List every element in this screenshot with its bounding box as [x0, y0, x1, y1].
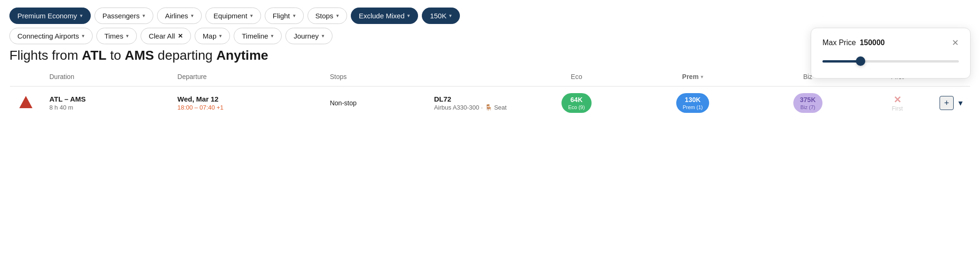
eco-sub: Eco (9)	[568, 104, 585, 110]
chevron-down-icon: ▾	[142, 13, 145, 19]
add-button[interactable]: +	[940, 96, 954, 110]
price-popup: Max Price 150000 ✕	[811, 28, 971, 79]
slider-track	[822, 60, 959, 63]
filter-label: Equipment	[213, 12, 247, 20]
filter-bar-row2: Connecting Airports ▾ Times ▾ Clear All …	[0, 28, 980, 48]
flight-sub: Airbus A330-300 · 🪑 Seat	[434, 104, 513, 111]
filter-label: Clear All	[149, 32, 175, 40]
chevron-down-icon: ▾	[271, 33, 274, 39]
biz-cell[interactable]: 375K Biz (7)	[753, 87, 862, 120]
action-buttons: + ▾	[940, 96, 963, 110]
filter-stops[interactable]: Stops ▾	[308, 8, 347, 24]
filter-timeline[interactable]: Timeline ▾	[234, 28, 282, 44]
filter-label: Timeline	[242, 32, 268, 40]
popup-label: Max Price	[822, 39, 856, 47]
filter-map[interactable]: Map ▾	[195, 28, 230, 44]
eco-cell[interactable]: 64K Eco (9)	[521, 87, 632, 120]
th-flight-info	[427, 67, 521, 87]
filter-150k[interactable]: 150K ▾	[422, 8, 460, 24]
filter-clear-all[interactable]: Clear All ✕	[141, 28, 191, 44]
first-label: First	[892, 105, 902, 112]
biz-price: 375K	[800, 96, 815, 103]
filter-label: Airlines	[165, 12, 188, 20]
duration-text: 8 h 40 m	[49, 104, 162, 111]
filter-bar-row1: Premium Economy ▾ Passengers ▾ Airlines …	[0, 0, 980, 28]
chevron-down-icon: ▾	[126, 33, 129, 39]
filter-airlines[interactable]: Airlines ▾	[157, 8, 202, 24]
chevron-down-icon: ▾	[191, 13, 194, 19]
chevron-down-icon: ▾	[219, 33, 222, 39]
filter-exclude-mixed[interactable]: Exclude Mixed ▾	[351, 8, 419, 24]
filter-label: Premium Economy	[17, 12, 77, 20]
filter-label: Connecting Airports	[17, 32, 79, 40]
page-title: Flights from ATL to AMS departing Anytim…	[9, 48, 268, 63]
chevron-down-icon: ▾	[250, 13, 253, 19]
filter-flight[interactable]: Flight ▾	[265, 8, 304, 24]
filter-label: Exclude Mixed	[359, 12, 405, 20]
chevron-down-icon: ▾	[80, 13, 83, 19]
svg-marker-0	[19, 96, 32, 108]
filter-equipment[interactable]: Equipment ▾	[205, 8, 261, 24]
filter-label: Stops	[316, 12, 333, 20]
chevron-down-icon: ▾	[322, 33, 324, 39]
seat-icon: 🪑	[485, 104, 492, 111]
filter-premium-economy[interactable]: Premium Economy ▾	[9, 8, 91, 24]
close-icon: ✕	[178, 32, 183, 40]
eco-badge[interactable]: 64K Eco (9)	[561, 93, 591, 113]
filter-journey[interactable]: Journey ▾	[285, 28, 332, 44]
filter-label: Journey	[293, 32, 318, 40]
prem-price: 130K	[685, 96, 700, 103]
prem-badge[interactable]: 130K Prem (1)	[676, 93, 710, 113]
expand-icon[interactable]: ▾	[958, 98, 963, 108]
filter-passengers[interactable]: Passengers ▾	[95, 8, 153, 24]
delta-logo	[17, 94, 34, 111]
biz-badge[interactable]: 375K Biz (7)	[793, 93, 822, 113]
dep-hours: 18:00 – 07:40 +1	[177, 104, 315, 111]
th-departure: Departure	[170, 67, 322, 87]
th-duration: Duration	[42, 67, 170, 87]
chevron-down-icon: ▾	[293, 13, 296, 19]
th-stops: Stops	[322, 67, 426, 87]
route-text: ATL – AMS	[49, 95, 162, 103]
price-slider[interactable]	[822, 55, 959, 67]
popup-value: 150000	[860, 39, 885, 47]
filter-times[interactable]: Times ▾	[96, 28, 137, 44]
flight-code: DL72	[434, 95, 513, 103]
chevron-down-icon: ▾	[82, 33, 85, 39]
first-unavailable-icon: ✕	[893, 94, 901, 105]
eco-price: 64K	[570, 96, 583, 103]
filter-label: 150K	[430, 12, 446, 20]
filter-label: Flight	[273, 12, 290, 20]
th-prem[interactable]: Prem ▾	[632, 67, 753, 87]
stops-cell: Non-stop	[322, 87, 426, 120]
stops-text: Non-stop	[330, 99, 356, 107]
flight-info-cell: DL72 Airbus A330-300 · 🪑 Seat	[427, 87, 521, 120]
popup-close-button[interactable]: ✕	[952, 38, 959, 48]
route-cell: ATL – AMS 8 h 40 m	[42, 87, 170, 120]
dep-date: Wed, Mar 12	[177, 95, 315, 103]
slider-thumb[interactable]	[856, 56, 865, 66]
chevron-down-icon: ▾	[701, 74, 703, 80]
airline-logo-cell	[10, 87, 42, 120]
table-row: ATL – AMS 8 h 40 m Wed, Mar 12 18:00 – 0…	[10, 87, 971, 120]
chevron-down-icon: ▾	[407, 13, 410, 19]
first-cell: ✕ First	[862, 87, 932, 120]
filter-connecting-airports[interactable]: Connecting Airports ▾	[9, 28, 93, 44]
th-airline-logo	[10, 67, 42, 87]
biz-sub: Biz (7)	[800, 104, 815, 110]
th-eco: Eco	[521, 67, 632, 87]
actions-cell: + ▾	[932, 87, 971, 120]
chevron-down-icon: ▾	[449, 13, 452, 19]
filter-label: Passengers	[103, 12, 140, 20]
popup-header: Max Price 150000 ✕	[822, 38, 959, 48]
slider-fill	[822, 60, 861, 63]
departure-cell: Wed, Mar 12 18:00 – 07:40 +1	[170, 87, 322, 120]
filter-label: Map	[203, 32, 216, 40]
prem-cell[interactable]: 130K Prem (1)	[632, 87, 753, 120]
filter-label: Times	[104, 32, 123, 40]
chevron-down-icon: ▾	[336, 13, 339, 19]
prem-sub: Prem (1)	[683, 104, 703, 110]
